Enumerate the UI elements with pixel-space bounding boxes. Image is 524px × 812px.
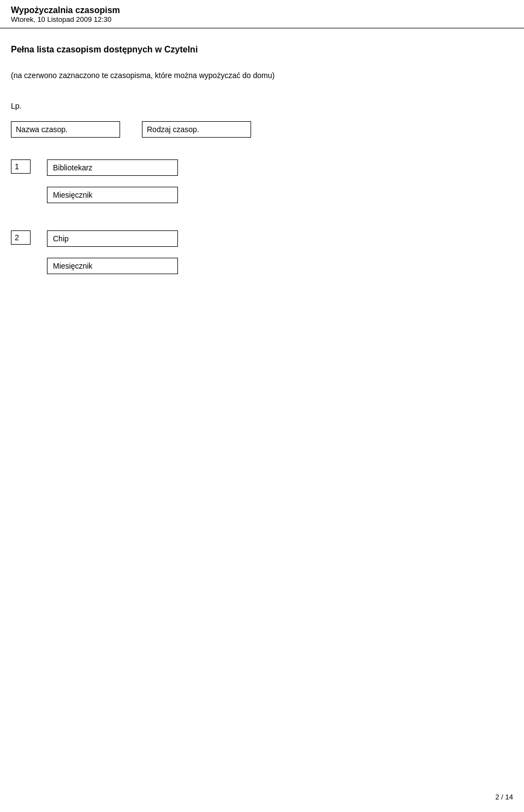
app-subtitle: Wtorek, 10 Listopad 2009 12:30: [11, 15, 513, 23]
page-title: Pełna lista czasopism dostępnych w Czyte…: [11, 45, 513, 55]
row-1-type: Miesięcznik: [47, 187, 178, 203]
lp-column-header: Lp.: [11, 102, 513, 110]
page-number: 2 / 14: [495, 793, 513, 801]
row-1-fields: Bibliotekarz Miesięcznik: [47, 159, 178, 203]
column-labels: Nazwa czasop. Rodzaj czasop.: [11, 121, 513, 138]
table-headers: Lp. Nazwa czasop. Rodzaj czasop.: [11, 102, 513, 138]
row-2-fields: Chip Miesięcznik: [47, 230, 178, 274]
page-note: (na czerwono zaznaczono te czasopisma, k…: [11, 71, 513, 80]
rodzaj-column-header: Rodzaj czasop.: [142, 121, 251, 138]
page-footer: 2 / 14: [495, 793, 513, 801]
row-2-type: Miesięcznik: [47, 258, 178, 274]
main-content: Pełna lista czasopism dostępnych w Czyte…: [0, 28, 524, 312]
row-2-name: Chip: [47, 230, 178, 247]
row-number-1: 1: [11, 159, 31, 174]
nazwa-column-header: Nazwa czasop.: [11, 121, 120, 138]
app-title: Wypożyczalnia czasopism: [11, 5, 513, 15]
table-row: 1 Bibliotekarz Miesięcznik: [11, 159, 513, 203]
row-1-name: Bibliotekarz: [47, 159, 178, 176]
page-header: Wypożyczalnia czasopism Wtorek, 10 Listo…: [0, 0, 524, 28]
table-row: 2 Chip Miesięcznik: [11, 230, 513, 274]
row-number-2: 2: [11, 230, 31, 245]
